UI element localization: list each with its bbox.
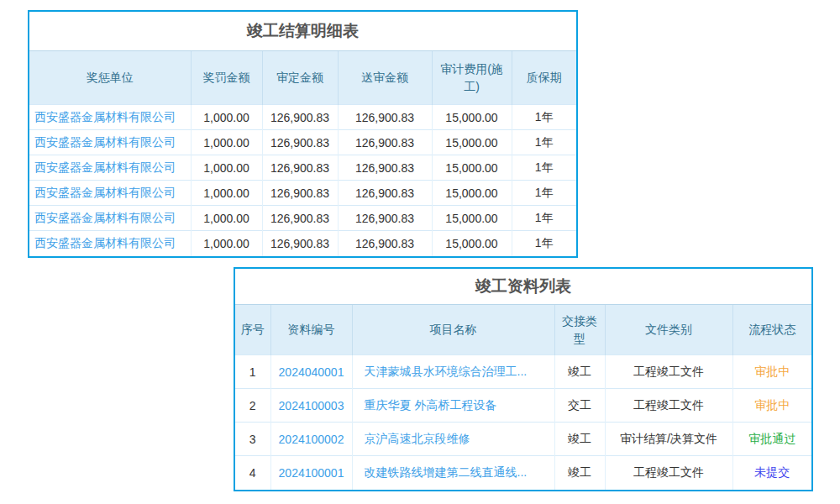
table-row: 4 2024100001 改建铁路线增建第二线直通线... 竣工 工程竣工文件 …	[235, 456, 811, 490]
table-row: 西安盛器金属材料有限公司 1,000.00 126,900.83 126,900…	[29, 206, 576, 231]
status-cell: 审批中	[732, 355, 811, 389]
audit-fee-cell: 15,000.00	[432, 130, 512, 155]
unit-cell: 西安盛器金属材料有限公司	[29, 231, 191, 256]
category-cell: 工程竣工文件	[605, 456, 732, 490]
documents-header-project: 项目名称	[352, 305, 554, 355]
warranty-cell: 1年	[512, 181, 576, 206]
audit-fee-cell: 15,000.00	[432, 105, 512, 130]
unit-link[interactable]: 西安盛器金属材料有限公司	[34, 135, 176, 149]
settlement-table-title: 竣工结算明细表	[29, 12, 576, 50]
seq-cell: 3	[235, 423, 270, 456]
code-link[interactable]: 2024100001	[279, 466, 344, 480]
approved-cell: 126,900.83	[262, 206, 338, 231]
handover-cell: 竣工	[554, 456, 605, 490]
settlement-header-audit-fee: 审计费用(施工)	[432, 51, 512, 105]
submitted-cell: 126,900.83	[338, 105, 432, 130]
status-cell: 审批中	[732, 389, 811, 423]
documents-table: 序号 资料编号 项目名称 交接类型 文件类别 流程状态 1 2024040001…	[235, 304, 811, 490]
settlement-table: 奖惩单位 奖罚金额 审定金额 送审金额 审计费用(施工) 质保期 西安盛器金属材…	[29, 50, 576, 256]
project-cell: 天津蒙城县水环境综合治理工...	[352, 355, 554, 389]
table-row: 西安盛器金属材料有限公司 1,000.00 126,900.83 126,900…	[29, 105, 576, 130]
code-cell: 2024040001	[270, 355, 352, 389]
warranty-cell: 1年	[512, 206, 576, 231]
warranty-cell: 1年	[512, 231, 576, 256]
unit-cell: 西安盛器金属材料有限公司	[29, 181, 191, 206]
category-cell: 工程竣工文件	[605, 389, 732, 423]
submitted-cell: 126,900.83	[338, 181, 432, 206]
unit-cell: 西安盛器金属材料有限公司	[29, 130, 191, 155]
submitted-cell: 126,900.83	[338, 231, 432, 256]
approved-cell: 126,900.83	[262, 231, 338, 256]
penalty-cell: 1,000.00	[191, 155, 262, 181]
settlement-header-warranty: 质保期	[512, 51, 576, 105]
code-link[interactable]: 2024100003	[279, 399, 344, 412]
unit-cell: 西安盛器金属材料有限公司	[29, 105, 191, 130]
category-cell: 工程竣工文件	[605, 355, 732, 389]
code-link[interactable]: 2024100002	[279, 433, 344, 446]
documents-header-row: 序号 资料编号 项目名称 交接类型 文件类别 流程状态	[235, 305, 811, 355]
documents-header-category: 文件类别	[605, 305, 732, 355]
status-badge: 审批通过	[748, 432, 795, 445]
warranty-cell: 1年	[512, 105, 576, 130]
submitted-cell: 126,900.83	[338, 155, 432, 181]
approved-cell: 126,900.83	[262, 130, 338, 155]
settlement-header-approved: 审定金额	[262, 51, 338, 105]
documents-header-seq: 序号	[235, 305, 270, 355]
handover-cell: 竣工	[554, 423, 605, 456]
status-cell: 审批通过	[732, 423, 811, 456]
code-cell: 2024100002	[270, 423, 352, 456]
status-badge: 审批中	[754, 365, 790, 378]
approved-cell: 126,900.83	[262, 105, 338, 130]
unit-link[interactable]: 西安盛器金属材料有限公司	[34, 186, 176, 199]
unit-link[interactable]: 西安盛器金属材料有限公司	[34, 110, 176, 123]
documents-header-status: 流程状态	[732, 305, 811, 355]
approved-cell: 126,900.83	[262, 155, 338, 181]
code-cell: 2024100001	[270, 456, 352, 490]
project-link[interactable]: 天津蒙城县水环境综合治理工...	[365, 365, 528, 378]
project-cell: 重庆华夏 外高桥工程设备	[352, 389, 554, 423]
table-row: 1 2024040001 天津蒙城县水环境综合治理工... 竣工 工程竣工文件 …	[235, 355, 811, 389]
penalty-cell: 1,000.00	[191, 130, 262, 155]
seq-cell: 2	[235, 389, 270, 423]
penalty-cell: 1,000.00	[191, 181, 262, 206]
handover-cell: 竣工	[554, 355, 605, 389]
submitted-cell: 126,900.83	[338, 206, 432, 231]
unit-link[interactable]: 西安盛器金属材料有限公司	[34, 160, 176, 174]
unit-cell: 西安盛器金属材料有限公司	[29, 206, 191, 231]
seq-cell: 1	[235, 355, 270, 389]
project-cell: 改建铁路线增建第二线直通线...	[352, 456, 554, 490]
project-link[interactable]: 京沪高速北京段维修	[365, 432, 470, 445]
project-cell: 京沪高速北京段维修	[352, 423, 554, 456]
settlement-header-penalty: 奖罚金额	[191, 51, 262, 105]
audit-fee-cell: 15,000.00	[432, 206, 512, 231]
unit-link[interactable]: 西安盛器金属材料有限公司	[34, 236, 176, 249]
documents-header-handover: 交接类型	[554, 305, 605, 355]
code-link[interactable]: 2024040001	[279, 365, 344, 379]
code-cell: 2024100003	[270, 389, 352, 423]
table-row: 3 2024100002 京沪高速北京段维修 竣工 审计结算/决算文件 审批通过	[235, 423, 811, 456]
settlement-header-submitted: 送审金额	[338, 51, 432, 105]
audit-fee-cell: 15,000.00	[432, 155, 512, 181]
approved-cell: 126,900.83	[262, 181, 338, 206]
table-row: 2 2024100003 重庆华夏 外高桥工程设备 交工 工程竣工文件 审批中	[235, 389, 811, 423]
penalty-cell: 1,000.00	[191, 206, 262, 231]
seq-cell: 4	[235, 456, 270, 490]
penalty-cell: 1,000.00	[191, 231, 262, 256]
warranty-cell: 1年	[512, 155, 576, 181]
audit-fee-cell: 15,000.00	[432, 181, 512, 206]
table-row: 西安盛器金属材料有限公司 1,000.00 126,900.83 126,900…	[29, 130, 576, 155]
documents-table-title: 竣工资料列表	[235, 269, 811, 304]
table-row: 西安盛器金属材料有限公司 1,000.00 126,900.83 126,900…	[29, 231, 576, 256]
table-row: 西安盛器金属材料有限公司 1,000.00 126,900.83 126,900…	[29, 155, 576, 181]
project-link[interactable]: 改建铁路线增建第二线直通线...	[365, 465, 528, 479]
status-badge: 未提交	[754, 465, 790, 479]
project-link[interactable]: 重庆华夏 外高桥工程设备	[365, 398, 497, 412]
category-cell: 审计结算/决算文件	[605, 423, 732, 456]
settlement-header-unit: 奖惩单位	[29, 51, 191, 105]
settlement-header-row: 奖惩单位 奖罚金额 审定金额 送审金额 审计费用(施工) 质保期	[29, 51, 576, 105]
unit-link[interactable]: 西安盛器金属材料有限公司	[34, 211, 176, 224]
audit-fee-cell: 15,000.00	[432, 231, 512, 256]
status-badge: 审批中	[754, 398, 790, 412]
handover-cell: 交工	[554, 389, 605, 423]
warranty-cell: 1年	[512, 130, 576, 155]
